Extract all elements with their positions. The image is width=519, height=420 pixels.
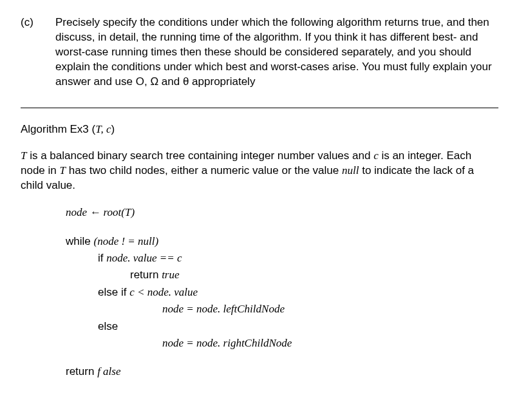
code-line-6: node = node. leftChildNode [162, 301, 498, 318]
l3b: node. value == c [106, 252, 182, 264]
l8a: node = node. rightChildNode [162, 337, 292, 349]
l9a: return [66, 365, 97, 377]
algorithm-title: Algorithm Ex3 (T, c) [21, 122, 498, 137]
desc-p2: is a balanced binary search tree contain… [26, 149, 373, 162]
code-line-2: while (node ! = null) [66, 233, 498, 250]
algo-title-suffix: ) [111, 123, 115, 135]
desc-p6: has two child nodes, either a numeric va… [66, 164, 342, 177]
l7a: else [98, 320, 118, 332]
l1b: (T) [121, 206, 135, 218]
algorithm-description: T is a balanced binary search tree conta… [21, 149, 498, 193]
l5a: else if [98, 286, 129, 298]
l5b: c < node. value [129, 286, 198, 298]
code-block: node ← root(T) while (node ! = null) if … [66, 204, 498, 380]
l4a: return [130, 269, 162, 281]
l2b: (node ! = null) [93, 235, 158, 247]
algo-title-prefix: Algorithm Ex3 ( [21, 123, 95, 135]
desc-p3: c [373, 149, 379, 162]
question-label: (c) [21, 15, 42, 90]
l3a: if [98, 252, 106, 264]
l4b: true [162, 269, 179, 281]
code-line-3: if node. value == c [98, 250, 498, 267]
code-line-4: return true [130, 267, 498, 283]
desc-p5: T [60, 164, 66, 177]
l1a: node ← root [66, 206, 121, 218]
code-line-9: return f alse [66, 363, 498, 380]
desc-p7: null [342, 164, 359, 177]
l2a: while [66, 235, 93, 247]
question-row: (c) Precisely specify the conditions und… [21, 15, 498, 90]
code-line-7: else [98, 318, 498, 335]
question-text: Precisely specify the conditions under w… [55, 15, 498, 90]
l6a: node = node. leftChildNode [162, 303, 285, 315]
l9b: f alse [97, 365, 120, 377]
algo-title-args: T, c [95, 123, 111, 135]
divider [21, 108, 498, 108]
code-line-8: node = node. rightChildNode [162, 335, 498, 352]
code-line-1: node ← root(T) [66, 204, 498, 221]
code-line-5: else if c < node. value [98, 284, 498, 301]
